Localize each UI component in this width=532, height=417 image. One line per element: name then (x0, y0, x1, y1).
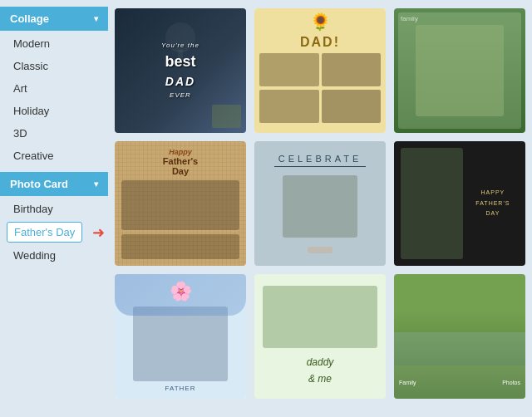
sidebar: Collage ▾ Modern Classic Art Holiday 3D … (0, 0, 108, 417)
card-grid: You're the best DAD EVER 🌻 DAD! (115, 8, 525, 399)
family-name-label: Family (399, 380, 416, 385)
sidebar-section-collage-label: Collage (10, 12, 49, 25)
card-blue-flowers[interactable]: 🌸 FATHER (115, 274, 246, 399)
sidebar-section-photo-card-label: Photo Card (10, 178, 68, 190)
card-dark-collage[interactable]: You're the best DAD EVER (115, 8, 246, 133)
sidebar-item-classic[interactable]: Classic (0, 55, 108, 77)
card-daddy-me[interactable]: daddy& me (254, 274, 386, 399)
card-green-outdoor[interactable]: family (394, 8, 525, 133)
sidebar-item-fathers-day-row: Father's Day ➜ (0, 220, 108, 244)
sidebar-item-modern[interactable]: Modern (0, 32, 108, 55)
sidebar-item-holiday[interactable]: Holiday (0, 100, 108, 122)
sidebar-item-fathers-day[interactable]: Father's Day (7, 222, 82, 243)
main-content: You're the best DAD EVER 🌻 DAD! (108, 0, 532, 417)
sidebar-item-art[interactable]: Art (0, 77, 108, 100)
chevron-down-icon-2: ▾ (94, 179, 98, 189)
card-dark-fathers[interactable]: HAPPYFATHER'SDAY (394, 141, 525, 266)
selection-arrow-icon: ➜ (92, 223, 105, 242)
card-family-outdoor[interactable]: Family Photos (394, 274, 525, 399)
sidebar-item-creative[interactable]: Creative (0, 145, 108, 167)
sidebar-item-birthday[interactable]: Birthday (0, 198, 108, 220)
chevron-down-icon: ▾ (94, 14, 98, 23)
card-celebrate[interactable]: CELEBRATE (254, 141, 386, 266)
sidebar-section-photo-card[interactable]: Photo Card ▾ (0, 172, 108, 196)
sidebar-section-collage[interactable]: Collage ▾ (0, 7, 108, 31)
sidebar-item-wedding[interactable]: Wedding (0, 244, 108, 267)
photo-studio-label: Photos (502, 380, 520, 385)
sidebar-item-3d[interactable]: 3D (0, 122, 108, 145)
card-burlap-fathers[interactable]: Happy Father's Day (115, 141, 246, 266)
card-dad-sunflower[interactable]: 🌻 DAD! (254, 8, 386, 133)
